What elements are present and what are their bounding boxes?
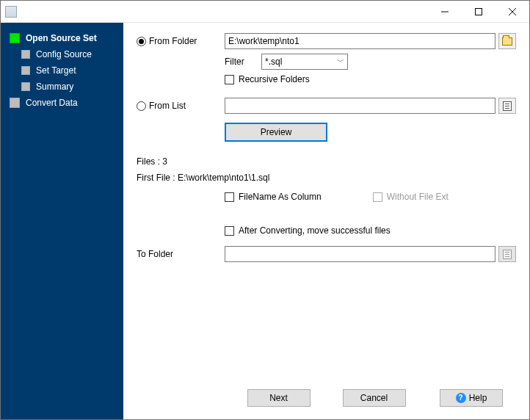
from-list-label: From List bbox=[149, 101, 186, 111]
browse-list-button[interactable] bbox=[498, 98, 516, 114]
sidebar-item-label: Config Source bbox=[36, 49, 92, 59]
folder-icon bbox=[502, 37, 512, 46]
maximize-button[interactable] bbox=[462, 1, 495, 23]
after-convert-checkbox[interactable] bbox=[225, 226, 234, 236]
after-convert-label: After Converting, move successful files bbox=[239, 225, 391, 236]
browse-to-folder-button[interactable] bbox=[498, 246, 516, 262]
sidebar-item-set-target[interactable]: Set Target bbox=[1, 62, 123, 79]
browse-folder-button[interactable] bbox=[498, 33, 516, 49]
next-button[interactable]: Next bbox=[247, 389, 311, 407]
sidebar-item-label: Summary bbox=[36, 82, 73, 92]
main-panel: From Folder Filter *.sql ﹀ Recursive Fol… bbox=[123, 23, 529, 419]
sidebar-item-open-source-set[interactable]: Open Source Set bbox=[1, 30, 123, 46]
files-count-label: Files : 3 bbox=[137, 156, 516, 167]
without-ext-label: Without File Ext bbox=[387, 192, 449, 202]
to-folder-input[interactable] bbox=[225, 246, 495, 262]
to-folder-label: To Folder bbox=[137, 249, 173, 259]
help-button[interactable]: ? Help bbox=[440, 389, 503, 407]
chevron-down-icon: ﹀ bbox=[337, 57, 344, 67]
folder-icon bbox=[503, 250, 512, 259]
sidebar-item-convert-data[interactable]: Convert Data bbox=[1, 95, 123, 111]
app-window: Open Source Set Config Source Set Target… bbox=[0, 0, 530, 420]
from-folder-label: From Folder bbox=[149, 36, 197, 46]
from-list-input[interactable] bbox=[225, 98, 495, 114]
sidebar-item-label: Convert Data bbox=[26, 98, 78, 108]
app-icon bbox=[5, 6, 17, 18]
cancel-button[interactable]: Cancel bbox=[343, 389, 406, 407]
first-file-label: First File : E:\work\temp\nto1\1.sql bbox=[137, 173, 516, 183]
from-list-radio[interactable] bbox=[137, 101, 146, 111]
minimize-button[interactable] bbox=[428, 1, 462, 23]
list-icon bbox=[503, 101, 512, 111]
filter-value: *.sql bbox=[265, 57, 282, 67]
close-button[interactable] bbox=[495, 1, 529, 23]
filename-column-checkbox[interactable] bbox=[225, 192, 234, 202]
sidebar-item-label: Set Target bbox=[36, 65, 76, 76]
filter-label: Filter bbox=[225, 57, 261, 67]
from-folder-radio[interactable] bbox=[137, 37, 146, 46]
filter-dropdown[interactable]: *.sql ﹀ bbox=[261, 54, 348, 70]
footer: Next Cancel ? Help bbox=[137, 381, 516, 413]
svg-rect-1 bbox=[476, 8, 482, 15]
from-folder-input[interactable] bbox=[225, 33, 495, 49]
without-ext-checkbox bbox=[373, 192, 382, 202]
help-icon: ? bbox=[456, 393, 466, 403]
sidebar-item-summary[interactable]: Summary bbox=[1, 79, 123, 95]
preview-label: Preview bbox=[261, 127, 292, 137]
filename-column-label: FileName As Column bbox=[239, 192, 322, 202]
titlebar bbox=[1, 1, 529, 23]
recursive-label: Recursive Folders bbox=[239, 74, 310, 84]
sidebar-item-label: Open Source Set bbox=[26, 33, 97, 43]
sidebar-item-config-source[interactable]: Config Source bbox=[1, 46, 123, 62]
sidebar: Open Source Set Config Source Set Target… bbox=[1, 23, 123, 419]
recursive-checkbox[interactable] bbox=[225, 75, 234, 84]
preview-button[interactable]: Preview bbox=[225, 123, 327, 142]
